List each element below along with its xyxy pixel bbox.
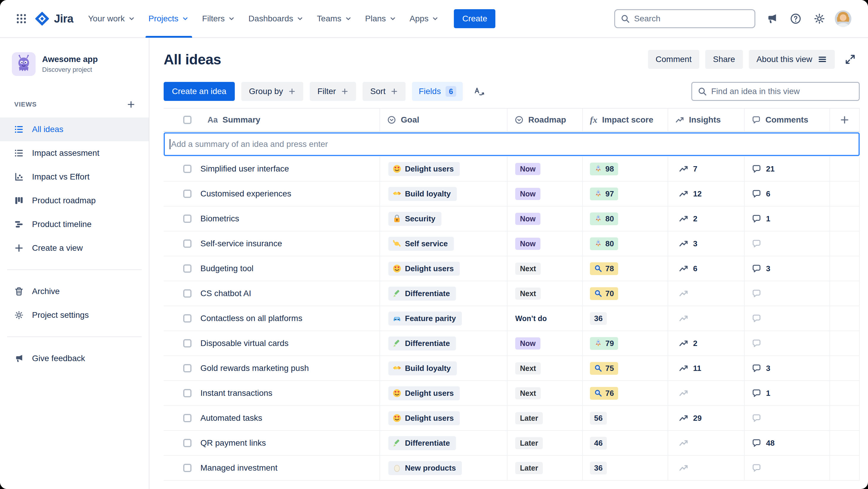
nav-item-filters[interactable]: Filters <box>196 0 242 38</box>
sidebar-view-impact-vs-effort[interactable]: Impact vs Effort <box>0 165 149 189</box>
roadmap-badge[interactable]: Next <box>515 362 541 374</box>
idea-summary[interactable]: Simplified user interface <box>200 157 380 181</box>
idea-summary[interactable]: Managed investment <box>200 456 380 480</box>
notifications-button[interactable] <box>763 9 781 28</box>
comments-cell[interactable]: 1 <box>745 206 830 231</box>
comments-cell[interactable] <box>745 306 830 330</box>
comments-cell[interactable] <box>745 231 830 256</box>
goal-chip[interactable]: Build loyalty <box>389 362 457 375</box>
column-header-goal[interactable]: Goal <box>380 109 507 131</box>
select-all-checkbox[interactable] <box>183 116 191 124</box>
comment-button[interactable]: Comment <box>648 50 699 69</box>
comments-cell[interactable] <box>745 281 830 306</box>
user-avatar[interactable] <box>834 9 852 28</box>
idea-summary[interactable]: Instant transactions <box>200 381 380 405</box>
row-checkbox[interactable] <box>183 289 191 297</box>
row-checkbox[interactable] <box>183 414 191 422</box>
row-checkbox[interactable] <box>183 389 191 397</box>
project-card[interactable]: Awesome app Discovery project <box>0 52 149 76</box>
archive-button[interactable]: Archive <box>0 280 149 303</box>
table-row[interactable]: CS chatbot AIDifferentiateNext70 <box>164 281 860 306</box>
sidebar-view-product-roadmap[interactable]: Product roadmap <box>0 189 149 212</box>
goal-chip[interactable]: Delight users <box>389 411 460 425</box>
comments-cell[interactable]: 3 <box>745 356 830 380</box>
roadmap-badge[interactable]: Later <box>515 462 543 474</box>
row-checkbox[interactable] <box>183 239 191 248</box>
idea-summary[interactable]: Contactless on all platforms <box>200 306 380 330</box>
insights-cell[interactable]: 12 <box>668 181 745 206</box>
auto-rank-button[interactable] <box>469 82 488 101</box>
table-row[interactable]: Instant transactionsDelight usersNext761 <box>164 381 860 406</box>
row-checkbox[interactable] <box>183 464 191 472</box>
idea-summary[interactable]: QR payment links <box>200 431 380 455</box>
insights-cell[interactable] <box>668 431 745 455</box>
insights-cell[interactable] <box>668 456 745 480</box>
idea-summary[interactable]: Self-service insurance <box>200 231 380 256</box>
row-checkbox[interactable] <box>183 214 191 223</box>
idea-summary[interactable]: Disposable virtual cards <box>200 331 380 355</box>
comments-cell[interactable]: 48 <box>745 431 830 455</box>
insights-cell[interactable]: 11 <box>668 356 745 380</box>
table-row[interactable]: Contactless on all platformsFeature pari… <box>164 306 860 331</box>
column-header-summary[interactable]: AaSummary <box>200 109 380 131</box>
goal-chip[interactable]: Build loyalty <box>389 187 457 201</box>
find-idea-input[interactable] <box>711 87 854 96</box>
column-header-impact-score[interactable]: fxImpact score <box>583 109 668 131</box>
table-row[interactable]: Customised experiencesBuild loyaltyNow97… <box>164 181 860 206</box>
roadmap-badge[interactable]: Next <box>515 387 541 399</box>
goal-chip[interactable]: Delight users <box>389 386 460 400</box>
row-checkbox[interactable] <box>183 264 191 273</box>
sidebar-view-product-timeline[interactable]: Product timeline <box>0 212 149 236</box>
add-field-button[interactable] <box>830 109 860 131</box>
nav-item-plans[interactable]: Plans <box>359 0 403 38</box>
insights-cell[interactable]: 2 <box>668 331 745 355</box>
goal-chip[interactable]: New products <box>389 461 462 475</box>
row-checkbox[interactable] <box>183 165 191 173</box>
row-checkbox[interactable] <box>183 314 191 322</box>
idea-summary[interactable]: Gold rewards marketing push <box>200 356 380 380</box>
table-row[interactable]: Disposable virtual cardsDifferentiateNow… <box>164 331 860 356</box>
filter-button[interactable]: Filter <box>310 82 356 101</box>
create-view-button[interactable]: Create a view <box>0 236 149 260</box>
idea-summary[interactable]: Biometrics <box>200 206 380 231</box>
project-settings-button[interactable]: Project settings <box>0 303 149 327</box>
jira-logo[interactable]: Jira <box>34 11 73 26</box>
roadmap-badge[interactable]: Now <box>515 163 540 175</box>
table-row[interactable]: Gold rewards marketing pushBuild loyalty… <box>164 356 860 381</box>
nav-item-projects[interactable]: Projects <box>142 0 196 38</box>
sort-button[interactable]: Sort <box>363 82 406 101</box>
row-checkbox[interactable] <box>183 339 191 347</box>
insights-cell[interactable]: 6 <box>668 256 745 281</box>
goal-chip[interactable]: Differentiate <box>389 436 456 450</box>
roadmap-badge[interactable]: Next <box>515 288 541 300</box>
column-header-insights[interactable]: Insights <box>668 109 745 131</box>
help-button[interactable] <box>786 9 805 28</box>
roadmap-badge[interactable]: Now <box>515 188 540 200</box>
app-switcher-button[interactable] <box>12 9 31 28</box>
settings-button[interactable] <box>810 9 829 28</box>
add-idea-row[interactable] <box>164 132 860 156</box>
roadmap-badge[interactable]: Now <box>515 213 540 225</box>
roadmap-badge[interactable]: Later <box>515 437 543 449</box>
row-checkbox[interactable] <box>183 364 191 372</box>
comments-cell[interactable]: 21 <box>745 157 830 181</box>
goal-chip[interactable]: Security <box>389 212 441 226</box>
add-view-button[interactable] <box>124 97 138 112</box>
column-header-roadmap[interactable]: Roadmap <box>507 109 583 131</box>
create-idea-button[interactable]: Create an idea <box>164 82 235 101</box>
fullscreen-button[interactable] <box>841 50 860 69</box>
comments-cell[interactable]: 6 <box>745 181 830 206</box>
group-by-button[interactable]: Group by <box>241 82 303 101</box>
comments-cell[interactable] <box>745 456 830 480</box>
about-view-button[interactable]: About this view <box>749 50 835 69</box>
idea-summary[interactable]: Budgeting tool <box>200 256 380 281</box>
table-row[interactable]: Managed investmentNew productsLater36 <box>164 456 860 481</box>
roadmap-badge[interactable]: Won’t do <box>515 312 547 325</box>
table-row[interactable]: Self-service insuranceSelf serviceNow803 <box>164 231 860 256</box>
goal-chip[interactable]: Self service <box>389 237 454 251</box>
comments-cell[interactable] <box>745 331 830 355</box>
goal-chip[interactable]: Delight users <box>389 262 460 276</box>
table-row[interactable]: Simplified user interfaceDelight usersNo… <box>164 157 860 181</box>
create-button[interactable]: Create <box>454 9 495 28</box>
fields-button[interactable]: Fields 6 <box>412 82 463 101</box>
